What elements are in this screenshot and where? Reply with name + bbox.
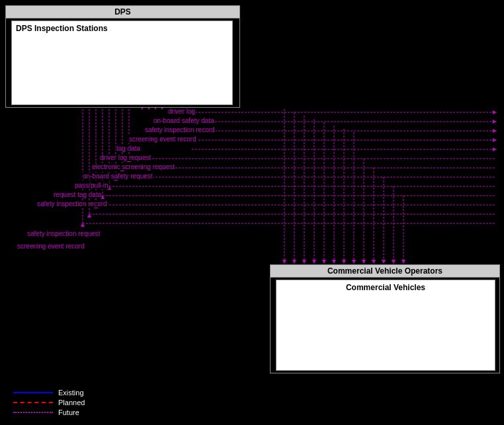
label-screening-event-record2: screening event record (17, 243, 85, 250)
cvo-inner-label: Commercial Vehicles (276, 280, 495, 295)
label-on-board-safety-data: on-board safety data (153, 117, 215, 124)
label-driver-log-request: driver log request (99, 154, 151, 161)
future-label: Future (58, 408, 79, 416)
label-on-board-safety-request: on-board safety request (82, 173, 153, 180)
legend-planned: Planned (13, 399, 85, 406)
label-pass-pull-in: pass/pull-in (74, 182, 109, 189)
cvo-inner-box: Commercial Vehicles (276, 280, 495, 371)
cvo-box: Commercial Vehicle Operators Commercial … (270, 264, 500, 373)
planned-line (13, 402, 53, 403)
legend: Existing Planned Future (13, 389, 85, 418)
label-safety-inspection-record2: safety inspection record (36, 200, 108, 208)
dps-box: DPS DPS Inspection Stations (5, 5, 240, 108)
label-electronic-screening-request: electronic screening request (91, 163, 175, 171)
planned-label: Planned (58, 399, 85, 406)
cvo-header: Commercial Vehicle Operators (271, 265, 499, 278)
dps-inner-label: DPS Inspection Stations (12, 21, 232, 36)
label-request-tag-data: request tag data (53, 191, 102, 198)
dps-header: DPS (6, 6, 239, 19)
dps-inner-box: DPS Inspection Stations (11, 20, 233, 105)
existing-line (13, 392, 53, 393)
existing-label: Existing (58, 389, 84, 397)
label-safety-inspection-record: safety inspection record (144, 126, 216, 134)
label-screening-event-record: screening event record (128, 135, 197, 143)
label-safety-inspection-request: safety inspection request (26, 230, 101, 237)
diagram-container: DPS DPS Inspection Stations driver log o… (0, 0, 504, 425)
label-tag-data: tag data (116, 145, 141, 152)
future-line (13, 412, 53, 413)
label-driver-log: driver log (167, 108, 196, 115)
legend-future: Future (13, 408, 85, 416)
legend-existing: Existing (13, 389, 85, 397)
